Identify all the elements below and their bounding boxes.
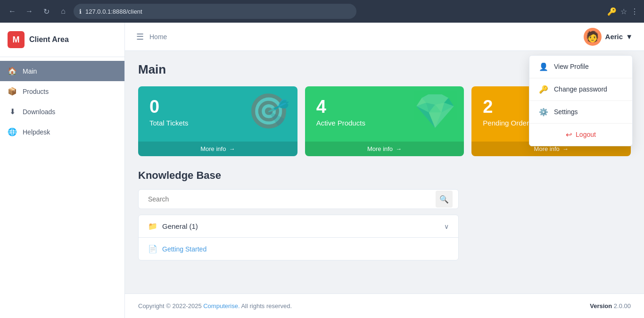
folder-icon: 📁 (148, 222, 157, 231)
browser-back-btn[interactable]: ← (6, 5, 19, 18)
footer-brand-link[interactable]: Computerise. (203, 302, 239, 310)
menu-label-logout: Logout (576, 131, 596, 138)
footer-copyright: Copyright © 2022-2025 Computerise. All r… (138, 302, 292, 310)
chevron-down-icon: ▼ (626, 33, 633, 41)
sidebar-logo: M Client Area (0, 23, 124, 57)
helpdesk-icon: 🌐 (8, 127, 17, 136)
sidebar-nav: 🏠 Main 📦 Products ⬇ Downloads 🌐 Helpdesk (0, 57, 124, 146)
tickets-more-info[interactable]: More info → (138, 142, 297, 156)
orders-more-info-label: More info (534, 145, 560, 152)
avatar: 🧑 (584, 28, 602, 46)
search-icon: 🔍 (439, 195, 449, 204)
sidebar-item-products[interactable]: 📦 Products (0, 81, 124, 101)
user-name: Aeric (605, 33, 623, 41)
address-bar[interactable]: ℹ 127.0.0.1:8888/client (74, 4, 356, 19)
products-more-info[interactable]: More info → (305, 142, 464, 156)
sidebar-item-helpdesk[interactable]: 🌐 Helpdesk (0, 122, 124, 142)
key-icon: 🔑 (539, 85, 548, 94)
stat-card-tickets: 0 Total Tickets 🎯 More info → (138, 86, 297, 156)
chevron-icon: ∨ (444, 223, 449, 230)
kb-category-left: 📁 General (1) (148, 222, 198, 231)
app-wrapper: M Client Area 🏠 Main 📦 Products ⬇ Downlo… (0, 23, 644, 318)
search-input[interactable] (144, 190, 436, 209)
products-icon: 📦 (8, 87, 17, 96)
home-icon: 🏠 (8, 67, 17, 75)
search-wrapper: 🔍 (138, 189, 459, 209)
sidebar-label-downloads: Downloads (23, 108, 55, 116)
address-bar-icon: ℹ (79, 8, 82, 15)
topbar-menu-icon[interactable]: ☰ (136, 32, 144, 42)
stat-card-products: 4 Active Products 💎 More info → (305, 86, 464, 156)
kb-category-label: General (1) (162, 222, 198, 230)
menu-label-change-password: Change password (554, 85, 607, 93)
search-button[interactable]: 🔍 (436, 191, 453, 208)
sidebar-label-helpdesk: Helpdesk (23, 128, 50, 136)
products-bg-icon: 💎 (414, 94, 456, 128)
downloads-icon: ⬇ (8, 107, 17, 116)
kb-category-general[interactable]: 📁 General (1) ∨ (139, 215, 458, 238)
kb-article-link[interactable]: Getting Started (162, 245, 206, 253)
main-content: ☰ Home 🧑 Aeric ▼ 👤 View Profile (125, 23, 644, 318)
topbar-right: 🧑 Aeric ▼ 👤 View Profile 🔑 Change passwo… (584, 28, 633, 46)
menu-item-view-profile[interactable]: 👤 View Profile (529, 56, 632, 78)
kb-card: 📁 General (1) ∨ 📄 Getting Started (138, 215, 459, 260)
tickets-bg-icon: 🎯 (248, 94, 290, 128)
user-icon: 👤 (539, 62, 548, 71)
browser-refresh-btn[interactable]: ↻ (40, 5, 53, 18)
kb-article-getting-started[interactable]: 📄 Getting Started (139, 238, 458, 260)
browser-chrome: ← → ↻ ⌂ ℹ 127.0.0.1:8888/client 🔑 ☆ ⋮ (0, 0, 644, 23)
topbar: ☰ Home 🧑 Aeric ▼ 👤 View Profile (125, 23, 644, 51)
address-bar-url: 127.0.0.1:8888/client (85, 8, 142, 15)
browser-right-icons: 🔑 ☆ ⋮ (607, 7, 638, 16)
menu-item-logout[interactable]: ↩ Logout (529, 124, 632, 146)
kb-title: Knowledge Base (138, 169, 631, 182)
topbar-left: ☰ Home (136, 32, 167, 42)
menu-item-change-password[interactable]: 🔑 Change password (529, 78, 632, 101)
logout-icon: ↩ (566, 130, 572, 139)
browser-forward-btn[interactable]: → (23, 5, 36, 18)
products-arrow-icon: → (396, 145, 402, 152)
sidebar: M Client Area 🏠 Main 📦 Products ⬇ Downlo… (0, 23, 125, 318)
menu-item-settings[interactable]: ⚙️ Settings (529, 101, 632, 124)
footer-version-value: 2.0.00 (614, 302, 631, 310)
browser-home-btn[interactable]: ⌂ (57, 5, 70, 18)
logo-text: Client Area (29, 35, 69, 44)
page-footer: Copyright © 2022-2025 Computerise. All r… (125, 293, 644, 318)
browser-menu-icon[interactable]: ⋮ (631, 7, 638, 16)
password-manager-icon[interactable]: 🔑 (607, 7, 617, 16)
gear-icon: ⚙️ (539, 108, 548, 117)
footer-version-label: Version (590, 302, 612, 310)
sidebar-item-downloads[interactable]: ⬇ Downloads (0, 101, 124, 122)
bookmark-icon[interactable]: ☆ (620, 7, 627, 16)
tickets-more-info-label: More info (200, 145, 226, 152)
sidebar-label-products: Products (23, 88, 49, 95)
tickets-arrow-icon: → (229, 145, 235, 152)
topbar-breadcrumb: Home (149, 33, 167, 41)
user-dropdown-menu: 👤 View Profile 🔑 Change password ⚙️ Sett… (529, 55, 633, 146)
menu-label-view-profile: View Profile (554, 63, 589, 70)
sidebar-label-main: Main (23, 67, 37, 75)
user-dropdown-btn[interactable]: Aeric ▼ (605, 33, 633, 41)
document-icon: 📄 (148, 244, 157, 253)
menu-label-settings: Settings (554, 108, 578, 116)
footer-copyright-text: Copyright © 2022-2025 (138, 302, 203, 310)
footer-rights: All rights reserved. (240, 302, 292, 310)
logo-badge: M (8, 31, 25, 48)
footer-version: Version 2.0.00 (590, 302, 631, 310)
orders-arrow-icon: → (562, 145, 569, 152)
sidebar-item-main[interactable]: 🏠 Main (0, 61, 124, 81)
products-more-info-label: More info (367, 145, 393, 152)
